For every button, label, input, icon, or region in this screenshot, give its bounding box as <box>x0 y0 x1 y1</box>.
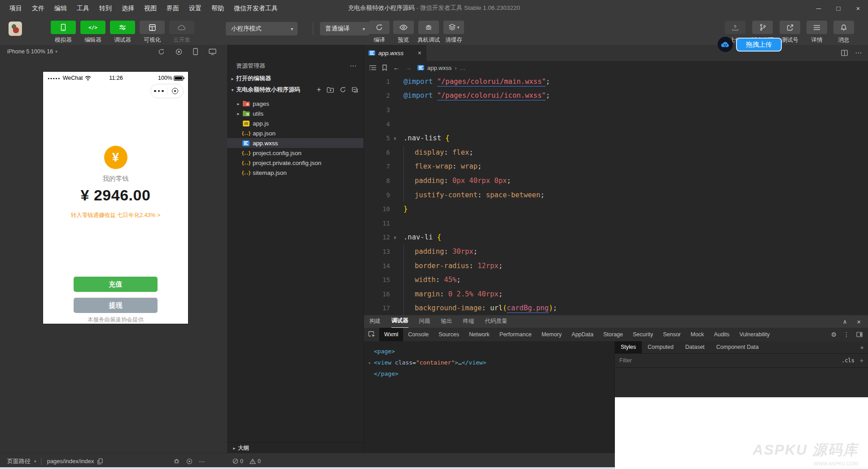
test-account-button[interactable]: 测试号 <box>779 21 801 44</box>
devtools-tab[interactable]: Network <box>464 328 495 341</box>
editor-toggle-button[interactable]: </> 编辑器 <box>80 21 106 44</box>
compile-select[interactable]: 普通编译 ▾ <box>320 22 369 35</box>
code-line[interactable]: 7flex-wrap: wrap; <box>364 160 868 174</box>
new-file-icon[interactable]: + <box>317 86 321 93</box>
open-editors-section[interactable]: ▸ 打开的编辑器 <box>227 74 364 83</box>
code-line[interactable]: 12∨.nav-li { <box>364 230 868 245</box>
devtools-tab[interactable]: Vulnerability <box>734 328 775 341</box>
panel-tab[interactable]: 输出 <box>441 315 452 328</box>
code-line[interactable]: 15width: 45%; <box>364 273 868 287</box>
overflow-chevron-icon[interactable]: » <box>860 344 868 351</box>
copy-icon[interactable] <box>97 458 103 465</box>
code-line[interactable]: 14border-radius: 12rpx; <box>364 259 868 273</box>
collapse-icon[interactable]: ∧ <box>843 318 847 325</box>
menu-item[interactable]: 工具 <box>72 0 94 16</box>
close-button[interactable]: × <box>848 0 868 16</box>
lingqiantong-link[interactable]: 转入零钱通赚收益 七日年化2.43% > <box>43 212 188 219</box>
mode-select[interactable]: 小程序模式 ▾ <box>226 22 298 35</box>
cls-toggle[interactable]: .cls <box>842 357 855 364</box>
file-tree-item[interactable]: {..}app.json <box>227 128 364 138</box>
back-icon[interactable]: ← <box>393 64 399 71</box>
project-section[interactable]: ▾ 充电余额特效小程序源码 + <box>227 84 364 95</box>
code-line[interactable]: 13padding: 30rpx; <box>364 244 868 259</box>
menu-item[interactable]: 编辑 <box>49 0 72 16</box>
gear-icon[interactable]: ⚙ <box>831 331 837 338</box>
file-tree-item[interactable]: {..}project.config.json <box>227 148 364 158</box>
device-select[interactable]: iPhone 5 100% 16 ▾ <box>7 48 57 55</box>
styles-tab[interactable]: Component Data <box>710 341 765 353</box>
wxml-tree[interactable]: <page>▸<view class="container">…</view><… <box>364 341 615 453</box>
filter-input[interactable]: Filter <box>619 357 632 364</box>
code-line[interactable]: 16margin: 0 2.5% 40rpx; <box>364 287 868 301</box>
wxml-node[interactable]: ▸<view class="container">…</view> <box>368 357 615 368</box>
monitor-icon[interactable] <box>209 48 216 55</box>
file-tree-item[interactable]: ▸utils <box>227 109 364 118</box>
menu-item[interactable]: 设置 <box>184 0 206 16</box>
styles-tab[interactable]: Dataset <box>679 341 710 353</box>
dock-icon[interactable] <box>856 332 863 337</box>
menu-item[interactable]: 文件 <box>27 0 49 16</box>
tab-app-wxss[interactable]: app.wxss × <box>364 45 426 61</box>
inspect-element-icon[interactable] <box>364 331 379 338</box>
record-icon[interactable] <box>175 48 182 55</box>
new-folder-icon[interactable] <box>327 87 334 93</box>
panel-tab[interactable]: 调试器 <box>391 315 408 328</box>
cloud-upload-icon[interactable] <box>718 37 733 52</box>
simulator-toggle-button[interactable]: 模拟器 <box>50 21 76 44</box>
outline-section[interactable]: ▸ 大纲 <box>227 442 364 453</box>
minimize-button[interactable]: ─ <box>809 0 829 16</box>
devtools-tab[interactable]: Wxml <box>379 328 403 341</box>
recharge-button[interactable]: 充值 <box>74 277 158 292</box>
breadcrumb-file[interactable]: app.wxss › … <box>417 65 466 71</box>
menu-item[interactable]: 视图 <box>139 0 162 16</box>
devtools-tab[interactable]: Audits <box>709 328 735 341</box>
problems-indicator[interactable]: 0 0 <box>232 453 261 469</box>
panel-tab[interactable]: 终端 <box>463 315 474 328</box>
menu-item[interactable]: 选择 <box>117 0 139 16</box>
capsule-close-button[interactable] <box>167 88 184 94</box>
styles-tab[interactable]: Styles <box>615 341 642 353</box>
code-line[interactable]: 4 <box>364 117 868 131</box>
devtools-tab[interactable]: Console <box>403 328 434 341</box>
panel-tab[interactable]: 构建 <box>369 315 381 328</box>
wxml-node[interactable]: </page> <box>368 368 615 379</box>
code-line[interactable]: 3 <box>364 103 868 117</box>
code-line[interactable]: 2@import "/pages/colorui/icon.wxss"; <box>364 89 868 103</box>
code-line[interactable]: 1@import "/pages/colorui/main.wxss"; <box>364 74 868 89</box>
code-line[interactable]: 8padding: 0px 40rpx 0px; <box>364 174 868 188</box>
details-button[interactable]: 详情 <box>806 21 828 44</box>
code-line[interactable]: 5∨.nav-list { <box>364 131 868 145</box>
clear-cache-button[interactable]: ▾ 清缓存 <box>443 21 464 44</box>
fold-icon[interactable]: ∨ <box>390 136 400 141</box>
menu-item[interactable]: 项目 <box>4 0 27 16</box>
more-icon[interactable]: ⋯ <box>855 49 862 57</box>
breadcrumb-more[interactable]: … <box>460 65 466 71</box>
more-icon[interactable]: ⋯ <box>350 62 356 70</box>
refresh-icon[interactable] <box>340 87 346 93</box>
fold-icon[interactable]: ∨ <box>390 235 400 240</box>
visualization-toggle-button[interactable]: 可视化 <box>139 21 165 44</box>
code-line[interactable]: 10} <box>364 202 868 216</box>
capsule-more-button[interactable] <box>151 90 167 92</box>
close-icon[interactable]: × <box>418 49 421 56</box>
devtools-tab[interactable]: AppData <box>567 328 599 341</box>
devtools-tab[interactable]: Sources <box>434 328 464 341</box>
record-icon[interactable] <box>186 458 193 465</box>
file-tree-item[interactable]: app.wxss <box>227 138 364 148</box>
menu-item[interactable]: 转到 <box>94 0 117 16</box>
code-line[interactable]: 11 <box>364 216 868 230</box>
kebab-icon[interactable]: ⋮ <box>843 331 850 338</box>
devtools-tab[interactable]: Memory <box>536 328 566 341</box>
page-path-label[interactable]: 页面路径 <box>7 457 31 465</box>
panel-tab[interactable]: 代码质量 <box>485 315 508 328</box>
code-line[interactable]: 6display: flex; <box>364 145 868 160</box>
user-avatar[interactable] <box>9 22 22 36</box>
file-tree-item[interactable]: {..}project.private.config.json <box>227 158 364 168</box>
withdraw-button[interactable]: 提现 <box>74 298 158 313</box>
preview-button[interactable]: 预览 <box>393 21 414 44</box>
maximize-button[interactable]: □ <box>829 0 848 16</box>
split-editor-icon[interactable] <box>841 50 848 56</box>
more-icon[interactable]: ⋯ <box>199 458 205 465</box>
styles-tab[interactable]: Computed <box>642 341 679 353</box>
close-icon[interactable]: × <box>857 318 861 326</box>
